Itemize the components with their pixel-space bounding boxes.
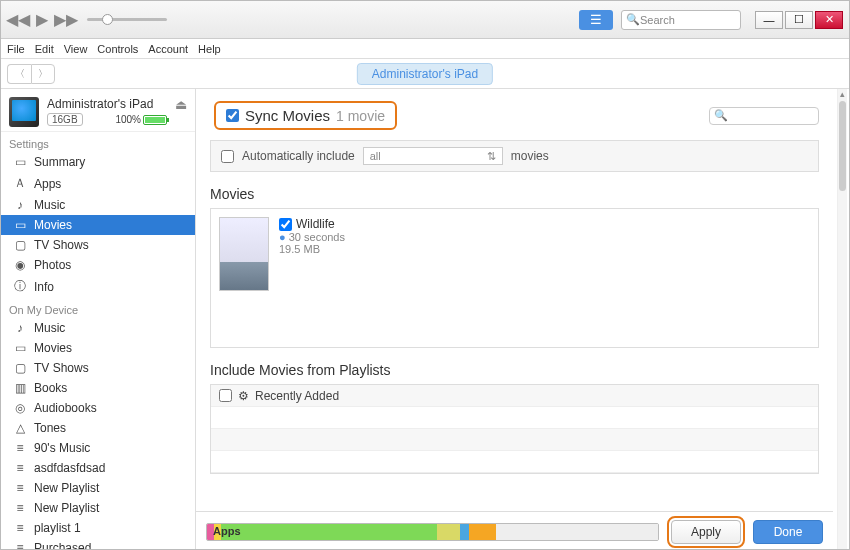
sidebar-item-label: Books bbox=[34, 381, 67, 395]
scroll-thumb[interactable] bbox=[839, 101, 846, 191]
sidebar-item-icon: ▭ bbox=[13, 218, 27, 232]
sidebar-item-label: TV Shows bbox=[34, 361, 89, 375]
content-pane: Sync Movies 1 movie 🔍 Automatically incl… bbox=[196, 89, 849, 550]
sidebar-item-label: Movies bbox=[34, 218, 72, 232]
sidebar-item-label: Summary bbox=[34, 155, 85, 169]
sidebar-item-icon: ▥ bbox=[13, 381, 27, 395]
sidebar-item-label: Apps bbox=[34, 177, 61, 191]
playlists-section-header: Include Movies from Playlists bbox=[210, 362, 819, 378]
sidebar-item[interactable]: ▭Movies bbox=[1, 338, 195, 358]
playlist-row bbox=[211, 429, 818, 451]
play-button[interactable]: ▶ bbox=[31, 9, 53, 31]
device-icon bbox=[9, 97, 39, 127]
menu-account[interactable]: Account bbox=[148, 43, 188, 55]
sidebar-item[interactable]: ≡Purchased bbox=[1, 538, 195, 550]
sidebar-item[interactable]: ♪Music bbox=[1, 318, 195, 338]
sidebar-item[interactable]: ⓘInfo bbox=[1, 275, 195, 298]
sidebar-item[interactable]: ◎Audiobooks bbox=[1, 398, 195, 418]
next-button[interactable]: ▶▶ bbox=[55, 9, 77, 31]
sidebar-item-label: Audiobooks bbox=[34, 401, 97, 415]
movie-checkbox[interactable] bbox=[279, 218, 292, 231]
sidebar-item[interactable]: ▭Summary bbox=[1, 152, 195, 172]
device-header[interactable]: Administrator's iPad 16GB 100% ⏏ bbox=[1, 89, 195, 132]
volume-slider[interactable] bbox=[87, 18, 167, 21]
sidebar-item-label: playlist 1 bbox=[34, 521, 81, 535]
playlist-row bbox=[211, 407, 818, 429]
apply-button[interactable]: Apply bbox=[671, 520, 741, 544]
menu-help[interactable]: Help bbox=[198, 43, 221, 55]
movies-search-input[interactable]: 🔍 bbox=[709, 107, 819, 125]
sidebar-item-icon: ≡ bbox=[13, 461, 27, 475]
prev-button[interactable]: ◀◀ bbox=[7, 9, 29, 31]
auto-include-checkbox[interactable] bbox=[221, 150, 234, 163]
eject-icon[interactable]: ⏏ bbox=[175, 97, 187, 112]
scroll-up-icon[interactable]: ▴ bbox=[838, 89, 847, 101]
playlist-checkbox[interactable] bbox=[219, 389, 232, 402]
sidebar-item-label: New Playlist bbox=[34, 501, 99, 515]
menu-file[interactable]: File bbox=[7, 43, 25, 55]
sidebar-item-icon: ≡ bbox=[13, 481, 27, 495]
auto-include-value: all bbox=[370, 150, 381, 162]
playlist-row[interactable]: ⚙ Recently Added bbox=[211, 385, 818, 407]
sidebar-item-label: 90's Music bbox=[34, 441, 90, 455]
sync-movies-checkbox[interactable] bbox=[226, 109, 239, 122]
sidebar-item-label: Info bbox=[34, 280, 54, 294]
movie-duration: 30 seconds bbox=[289, 231, 345, 243]
sidebar-item[interactable]: ≡90's Music bbox=[1, 438, 195, 458]
sidebar-item[interactable]: ◉Photos bbox=[1, 255, 195, 275]
sidebar-item-icon: △ bbox=[13, 421, 27, 435]
sidebar-item[interactable]: ▭Movies bbox=[1, 215, 195, 235]
sidebar-item[interactable]: ≡New Playlist bbox=[1, 478, 195, 498]
sidebar-item[interactable]: ♪Music bbox=[1, 195, 195, 215]
list-view-button[interactable]: ☰ bbox=[579, 10, 613, 30]
sidebar-item-label: Purchased bbox=[34, 541, 91, 550]
sidebar-item[interactable]: ▢TV Shows bbox=[1, 235, 195, 255]
close-button[interactable]: ✕ bbox=[815, 11, 843, 29]
forward-button[interactable]: 〉 bbox=[31, 64, 55, 84]
sidebar-item[interactable]: ▢TV Shows bbox=[1, 358, 195, 378]
playlists-list: ⚙ Recently Added bbox=[210, 384, 819, 474]
search-input[interactable]: 🔍 Search bbox=[621, 10, 741, 30]
sidebar-item[interactable]: △Tones bbox=[1, 418, 195, 438]
auto-include-suffix: movies bbox=[511, 149, 549, 163]
device-tab[interactable]: Administrator's iPad bbox=[357, 63, 493, 85]
menu-controls[interactable]: Controls bbox=[97, 43, 138, 55]
bottom-bar: Apps Apply Done bbox=[196, 511, 833, 550]
sidebar-item-icon: ▢ bbox=[13, 361, 27, 375]
sidebar-item[interactable]: ≡asdfdasfdsad bbox=[1, 458, 195, 478]
sidebar-item-icon: ⓘ bbox=[13, 278, 27, 295]
auto-include-select[interactable]: all⇅ bbox=[363, 147, 503, 165]
auto-include-label: Automatically include bbox=[242, 149, 355, 163]
storage-label: Apps bbox=[213, 525, 241, 537]
sidebar-item[interactable]: ≡playlist 1 bbox=[1, 518, 195, 538]
menu-view[interactable]: View bbox=[64, 43, 88, 55]
sidebar-item-icon: ▭ bbox=[13, 155, 27, 169]
unwatched-dot-icon: ● bbox=[279, 231, 286, 243]
playback-controls: ◀◀ ▶ ▶▶ bbox=[7, 9, 77, 31]
sidebar-item-label: Movies bbox=[34, 341, 72, 355]
playlist-row bbox=[211, 451, 818, 473]
done-button[interactable]: Done bbox=[753, 520, 823, 544]
movies-list: Wildlife ● 30 seconds 19.5 MB bbox=[210, 208, 819, 348]
sync-title: Sync Movies bbox=[245, 107, 330, 124]
sidebar-item[interactable]: ≡New Playlist bbox=[1, 498, 195, 518]
auto-include-row: Automatically include all⇅ movies bbox=[210, 140, 819, 172]
movies-section-header: Movies bbox=[210, 186, 819, 202]
scrollbar[interactable]: ▴ bbox=[837, 89, 847, 550]
sidebar-item-icon: ≡ bbox=[13, 441, 27, 455]
sidebar-item-label: Tones bbox=[34, 421, 66, 435]
sidebar-item[interactable]: ▥Books bbox=[1, 378, 195, 398]
back-button[interactable]: 〈 bbox=[7, 64, 31, 84]
sync-movies-header: Sync Movies 1 movie bbox=[214, 101, 397, 130]
movie-thumbnail[interactable] bbox=[219, 217, 269, 291]
storage-bar[interactable]: Apps bbox=[206, 523, 659, 541]
menu-edit[interactable]: Edit bbox=[35, 43, 54, 55]
sidebar-item[interactable]: ＡApps bbox=[1, 172, 195, 195]
sidebar-item-label: Music bbox=[34, 198, 65, 212]
sidebar-item-icon: ≡ bbox=[13, 501, 27, 515]
sidebar-item-icon: ◎ bbox=[13, 401, 27, 415]
maximize-button[interactable]: ☐ bbox=[785, 11, 813, 29]
device-name: Administrator's iPad bbox=[47, 97, 167, 111]
playlist-name: Recently Added bbox=[255, 389, 339, 403]
minimize-button[interactable]: — bbox=[755, 11, 783, 29]
